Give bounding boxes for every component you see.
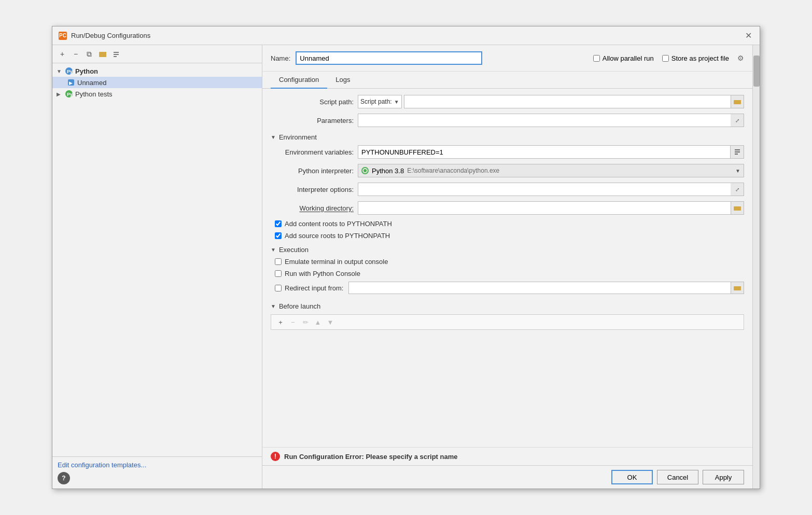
tab-configuration[interactable]: Configuration bbox=[271, 72, 327, 89]
interpreter-chevron-icon: ▼ bbox=[735, 168, 740, 174]
store-as-project-checkbox[interactable] bbox=[662, 55, 669, 62]
add-config-button[interactable]: + bbox=[57, 48, 68, 60]
interpreter-options-row: Interpreter options: ⤢ bbox=[271, 183, 744, 196]
config-area: Script path: Script path: ▼ bbox=[262, 89, 752, 447]
apply-button[interactable]: Apply bbox=[703, 470, 744, 484]
python-tests-icon: Py bbox=[65, 90, 73, 98]
env-vars-edit-button[interactable] bbox=[731, 145, 744, 159]
scrollbar-thumb[interactable] bbox=[753, 55, 760, 87]
left-toolbar: + − ⧉ bbox=[52, 45, 262, 63]
error-icon: ! bbox=[271, 452, 280, 461]
tree-unnamed-item[interactable]: ▶ Unnamed bbox=[52, 77, 262, 88]
redirect-input-checkbox[interactable] bbox=[275, 285, 282, 291]
edit-templates-link[interactable]: Edit configuration templates... bbox=[58, 461, 146, 469]
interpreter-options-expand-btn[interactable]: ⤢ bbox=[731, 183, 744, 196]
sort-icon bbox=[113, 50, 120, 58]
redirect-input-label: Redirect input from: bbox=[285, 284, 343, 292]
run-python-console-checkbox[interactable] bbox=[275, 270, 282, 277]
cancel-button[interactable]: Cancel bbox=[657, 470, 698, 484]
script-path-input[interactable] bbox=[404, 95, 731, 108]
script-path-type-text: Script path: bbox=[360, 98, 392, 105]
execution-collapse-arrow[interactable]: ▼ bbox=[271, 247, 276, 253]
parameters-input[interactable] bbox=[358, 114, 731, 127]
app-icon: PC bbox=[59, 32, 67, 40]
error-message: Please specify a script name bbox=[366, 453, 457, 461]
before-launch-edit-btn[interactable]: ✏ bbox=[300, 317, 311, 327]
emulate-terminal-checkbox[interactable] bbox=[275, 258, 282, 265]
before-launch-title: Before launch bbox=[279, 302, 320, 310]
name-label: Name: bbox=[271, 54, 290, 62]
folder-icon bbox=[99, 50, 106, 58]
expand-arrow-tests: ▶ bbox=[57, 91, 63, 97]
parameters-row: Parameters: ⤢ bbox=[271, 114, 744, 127]
environment-section-title: Environment bbox=[279, 133, 317, 141]
redirect-input-browse-btn[interactable] bbox=[731, 282, 744, 294]
environment-collapse-arrow[interactable]: ▼ bbox=[271, 134, 276, 140]
store-as-project-text: Store as project file bbox=[671, 54, 729, 62]
interpreter-options-label: Interpreter options: bbox=[271, 186, 354, 193]
add-source-roots-label: Add source roots to PYTHONPATH bbox=[285, 232, 390, 240]
interpreter-content: Python 3.8 E:\software\anaconda\python.e… bbox=[361, 167, 499, 175]
add-content-roots-checkbox[interactable] bbox=[275, 220, 282, 227]
python-tests-label: Python tests bbox=[75, 90, 113, 98]
config-body: Script path: Script path: ▼ bbox=[262, 89, 752, 336]
left-panel: + − ⧉ bbox=[52, 45, 262, 489]
script-path-input-container bbox=[404, 95, 744, 108]
name-input[interactable] bbox=[296, 51, 482, 65]
python-group-icon: Py bbox=[65, 67, 73, 75]
before-launch-up-btn[interactable]: ▲ bbox=[313, 317, 323, 327]
scrollbar[interactable] bbox=[752, 45, 760, 489]
before-launch-add-btn[interactable]: + bbox=[275, 317, 286, 327]
name-options: Allow parallel run Store as project file… bbox=[593, 54, 744, 62]
redirect-input-field[interactable] bbox=[348, 282, 731, 294]
tab-logs[interactable]: Logs bbox=[327, 72, 358, 89]
environment-section-header: ▼ Environment bbox=[271, 133, 744, 141]
error-text: Run Configuration Error: Please specify … bbox=[284, 453, 458, 461]
dialog-footer: OK Cancel Apply bbox=[262, 465, 752, 489]
python-interpreter-dropdown[interactable]: Python 3.8 E:\software\anaconda\python.e… bbox=[358, 164, 744, 177]
working-directory-input[interactable] bbox=[358, 201, 731, 215]
env-vars-input[interactable] bbox=[358, 145, 731, 159]
add-source-roots-row: Add source roots to PYTHONPATH bbox=[275, 232, 744, 240]
allow-parallel-run-checkbox[interactable] bbox=[593, 55, 600, 62]
before-launch-toolbar: + − ✏ ▲ ▼ bbox=[271, 314, 744, 330]
close-button[interactable]: ✕ bbox=[743, 31, 753, 41]
parameters-label: Parameters: bbox=[271, 117, 354, 124]
allow-parallel-run-label[interactable]: Allow parallel run bbox=[593, 54, 654, 62]
help-button[interactable]: ? bbox=[58, 472, 70, 484]
add-content-roots-label: Add content roots to PYTHONPATH bbox=[285, 220, 392, 228]
sort-config-button[interactable] bbox=[110, 48, 122, 60]
title-bar: PC Run/Debug Configurations ✕ bbox=[52, 26, 760, 45]
working-directory-label: Working directory: bbox=[271, 204, 354, 212]
run-debug-dialog: PC Run/Debug Configurations ✕ + − ⧉ bbox=[52, 26, 760, 489]
ok-button[interactable]: OK bbox=[611, 470, 653, 484]
python-interpreter-row: Python interpreter: Python 3.8 E:\softwa… bbox=[271, 164, 744, 177]
python-status-icon bbox=[361, 167, 369, 174]
tree-python-group[interactable]: ▼ Py Python bbox=[52, 65, 262, 77]
working-directory-container bbox=[358, 201, 744, 215]
folder-config-button[interactable] bbox=[97, 48, 108, 60]
execution-section-header: ▼ Execution bbox=[271, 246, 744, 254]
script-path-type-dropdown[interactable]: Script path: ▼ bbox=[358, 95, 402, 108]
parameters-expand-button[interactable]: ⤢ bbox=[731, 114, 744, 127]
remove-config-button[interactable]: − bbox=[70, 48, 81, 60]
before-launch-arrow[interactable]: ▼ bbox=[271, 303, 276, 309]
svg-rect-13 bbox=[735, 154, 738, 155]
run-python-console-row: Run with Python Console bbox=[275, 270, 744, 277]
add-content-roots-row: Add content roots to PYTHONPATH bbox=[275, 220, 744, 228]
python-status-dot bbox=[363, 169, 367, 172]
before-launch-remove-btn[interactable]: − bbox=[288, 317, 298, 327]
store-as-project-label[interactable]: Store as project file bbox=[662, 54, 729, 62]
add-source-roots-checkbox[interactable] bbox=[275, 232, 282, 239]
unnamed-label: Unnamed bbox=[77, 79, 106, 87]
working-directory-browse-btn[interactable] bbox=[731, 201, 744, 215]
gear-icon[interactable]: ⚙ bbox=[737, 54, 744, 62]
copy-config-button[interactable]: ⧉ bbox=[83, 48, 95, 60]
tree-python-tests-group[interactable]: ▶ Py Python tests bbox=[52, 88, 262, 100]
script-path-label: Script path: bbox=[271, 98, 354, 106]
env-var-container bbox=[358, 145, 744, 159]
script-path-browse-button[interactable] bbox=[731, 95, 744, 108]
interpreter-options-input[interactable] bbox=[358, 183, 731, 196]
before-launch-down-btn[interactable]: ▼ bbox=[325, 317, 335, 327]
before-launch-section: ▼ Before launch + − ✏ ▲ ▼ bbox=[271, 302, 744, 330]
